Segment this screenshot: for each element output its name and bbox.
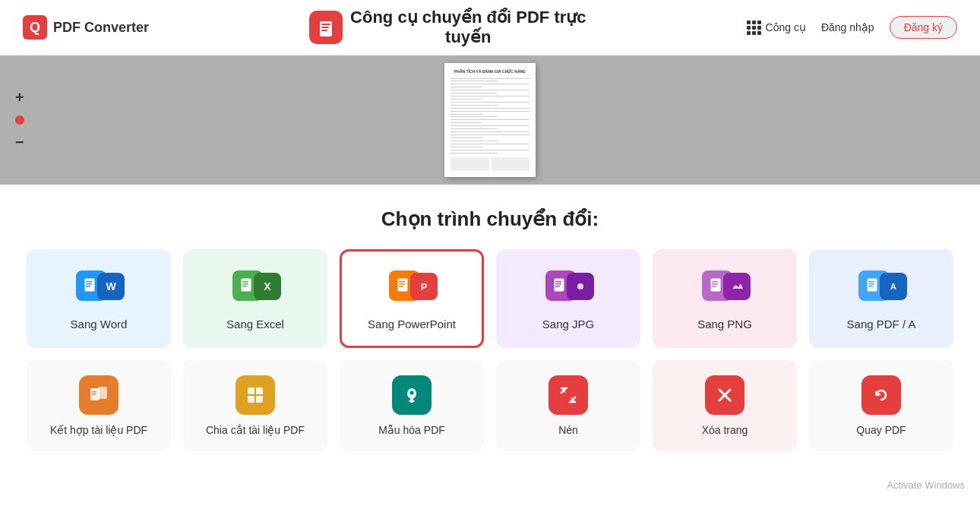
svg-rect-26 bbox=[712, 286, 716, 287]
svg-rect-15 bbox=[399, 283, 405, 285]
sang-jpg-icon bbox=[545, 267, 591, 308]
svg-rect-7 bbox=[86, 283, 92, 285]
svg-rect-42 bbox=[409, 400, 415, 402]
svg-rect-2 bbox=[321, 24, 330, 25]
zoom-controls: + − bbox=[15, 89, 24, 151]
conversion-card-sang-excel[interactable]: X Sang Excel bbox=[183, 249, 327, 348]
logo: Q PDF Converter bbox=[23, 15, 149, 40]
zoom-in[interactable]: + bbox=[15, 89, 24, 106]
svg-rect-23 bbox=[710, 278, 721, 292]
mau-hoa-label: Mẫu hóa PDF bbox=[378, 424, 445, 436]
svg-rect-3 bbox=[321, 27, 329, 28]
svg-rect-17 bbox=[554, 278, 564, 292]
svg-rect-20 bbox=[555, 286, 560, 287]
sang-excel-icon: X bbox=[232, 267, 278, 308]
page-indicator bbox=[15, 115, 24, 125]
chia-cat-label: Chia cắt tài liệu PDF bbox=[206, 424, 305, 436]
xoa-trang-label: Xóa trang bbox=[702, 424, 748, 436]
chia-cat-icon bbox=[236, 375, 275, 415]
svg-rect-6 bbox=[86, 281, 92, 283]
conversion-card-xoa-trang[interactable]: Xóa trang bbox=[653, 360, 797, 451]
svg-rect-16 bbox=[399, 286, 403, 287]
sang-pdf-a-label: Sang PDF / A bbox=[847, 318, 916, 330]
conversion-card-sang-jpg[interactable]: Sang JPG bbox=[496, 249, 640, 348]
sang-jpg-label: Sang JPG bbox=[542, 318, 594, 330]
conversion-section: Chọn trình chuyển đổi: W Sang Word bbox=[0, 185, 980, 459]
svg-rect-10 bbox=[242, 281, 248, 283]
svg-rect-18 bbox=[555, 281, 561, 283]
conversion-card-nen[interactable]: Nén bbox=[496, 360, 640, 451]
svg-rect-24 bbox=[712, 281, 718, 283]
sang-powerpoint-label: Sang PowerPoint bbox=[368, 318, 456, 330]
svg-rect-28 bbox=[867, 278, 877, 292]
header: Q PDF Converter Công cụ chuyển đổi PDF t… bbox=[0, 0, 980, 55]
svg-rect-4 bbox=[321, 30, 327, 31]
sang-png-icon bbox=[702, 267, 748, 308]
conversion-card-mau-hoa[interactable]: Mẫu hóa PDF bbox=[340, 360, 484, 451]
header-title: Công cụ chuyển đổi PDF trực tuyến bbox=[309, 8, 586, 47]
svg-rect-33 bbox=[98, 387, 107, 399]
svg-rect-11 bbox=[242, 283, 248, 285]
conversion-grid-row1: W Sang Word X Sang Exc bbox=[23, 249, 957, 348]
login-button[interactable]: Đăng nhập bbox=[821, 21, 874, 33]
svg-rect-12 bbox=[242, 286, 247, 287]
tools-label: Công cụ bbox=[766, 21, 806, 33]
ket-hop-label: Kết hợp tài liệu PDF bbox=[50, 424, 147, 436]
pdf-page-thumbnail: PHÂN TÍCH VÀ ĐÁNH GIÁ CHỨC NĂNG bbox=[444, 63, 536, 177]
pdf-preview-area: + − PHÂN TÍCH VÀ ĐÁNH GIÁ CHỨC NĂNG bbox=[0, 55, 980, 185]
conversion-card-quay[interactable]: Quay PDF bbox=[809, 360, 953, 451]
svg-rect-13 bbox=[397, 278, 408, 292]
header-title-text: Công cụ chuyển đổi PDF trực tuyến bbox=[350, 8, 586, 47]
svg-point-22 bbox=[577, 283, 583, 289]
logo-text: PDF Converter bbox=[53, 20, 149, 36]
quay-icon bbox=[861, 375, 901, 415]
svg-rect-29 bbox=[868, 281, 874, 283]
svg-rect-8 bbox=[86, 286, 90, 287]
conversion-card-sang-word[interactable]: W Sang Word bbox=[27, 249, 171, 348]
xoa-trang-icon bbox=[705, 375, 744, 415]
ket-hop-icon bbox=[79, 375, 119, 415]
conversion-card-sang-powerpoint[interactable]: P Sang PowerPoint bbox=[340, 249, 484, 348]
header-center-icon bbox=[309, 11, 343, 44]
conversion-card-chia-cat[interactable]: Chia cắt tài liệu PDF bbox=[183, 360, 327, 451]
nen-icon bbox=[548, 375, 588, 415]
sang-word-icon: W bbox=[76, 267, 122, 308]
svg-rect-30 bbox=[868, 283, 874, 285]
svg-rect-31 bbox=[868, 286, 873, 287]
svg-point-41 bbox=[410, 391, 414, 395]
sang-pdf-a-icon: A bbox=[858, 267, 904, 308]
svg-rect-14 bbox=[399, 281, 405, 283]
tools-menu[interactable]: Công cụ bbox=[747, 21, 806, 35]
svg-rect-25 bbox=[712, 283, 718, 285]
conversion-card-sang-png[interactable]: Sang PNG bbox=[653, 249, 797, 348]
conversion-card-sang-pdf-a[interactable]: A Sang PDF / A bbox=[809, 249, 953, 348]
mau-hoa-icon bbox=[392, 375, 432, 415]
svg-rect-19 bbox=[555, 283, 561, 285]
svg-rect-34 bbox=[92, 391, 96, 393]
header-nav: Công cụ Đăng nhập Đăng ký bbox=[747, 16, 957, 39]
quay-label: Quay PDF bbox=[856, 424, 906, 436]
register-button[interactable]: Đăng ký bbox=[890, 16, 957, 39]
conversion-grid-row2: Kết hợp tài liệu PDF Chia cắt tài liệu P… bbox=[23, 360, 957, 451]
conversion-title: Chọn trình chuyển đổi: bbox=[23, 207, 957, 231]
zoom-out[interactable]: − bbox=[15, 134, 24, 151]
activate-windows-text: Activate Windows bbox=[887, 479, 965, 491]
svg-rect-5 bbox=[84, 278, 95, 292]
conversion-card-ket-hop[interactable]: Kết hợp tài liệu PDF bbox=[27, 360, 171, 451]
svg-rect-9 bbox=[241, 278, 251, 292]
sang-powerpoint-icon: P bbox=[389, 267, 435, 308]
sang-png-label: Sang PNG bbox=[697, 318, 752, 330]
svg-rect-35 bbox=[92, 394, 96, 395]
grid-icon bbox=[747, 21, 761, 35]
nen-label: Nén bbox=[558, 424, 578, 436]
logo-icon: Q bbox=[23, 15, 47, 40]
sang-word-label: Sang Word bbox=[71, 318, 128, 330]
sang-excel-label: Sang Excel bbox=[226, 318, 284, 330]
